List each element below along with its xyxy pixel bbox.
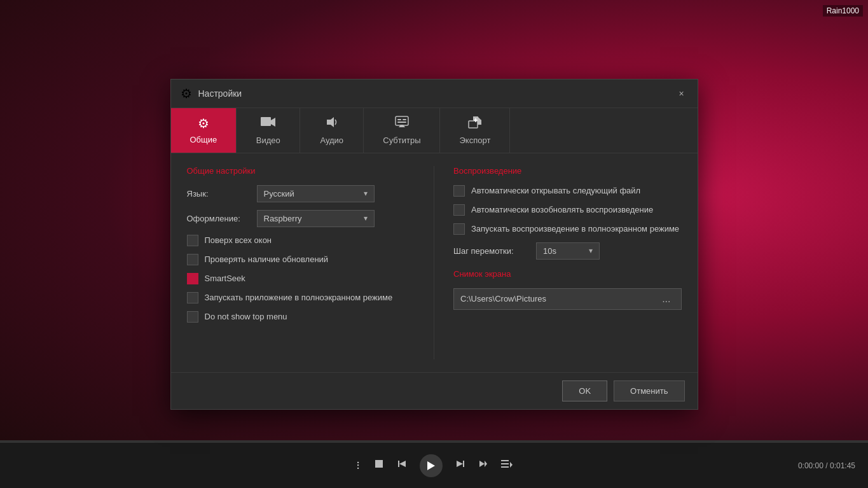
export-tab-icon: [468, 116, 482, 132]
smartseek-label: SmartSeek: [205, 274, 245, 283]
export-tab-label: Экспорт: [459, 136, 490, 145]
video-tab-icon: [261, 116, 276, 132]
settings-right: Воспроизведение Автоматически открывать …: [453, 166, 682, 359]
general-tab-label: Общие: [190, 135, 217, 144]
close-button[interactable]: ×: [675, 87, 688, 100]
tab-audio[interactable]: Аудио: [300, 108, 364, 153]
fullscreen-play-row[interactable]: Запускать воспроизведение в полноэкранно…: [453, 223, 682, 235]
language-label: Язык:: [187, 189, 251, 199]
language-value: Русский: [264, 189, 294, 199]
dialog-title: Настройки: [198, 88, 669, 99]
theme-row: Оформление: Raspberry ▾: [187, 210, 415, 227]
video-tab-label: Видео: [256, 136, 280, 145]
svg-rect-2: [396, 116, 408, 125]
updates-label: Проверять наличие обновлений: [205, 254, 329, 264]
step-value: 10s: [543, 246, 556, 256]
tab-general[interactable]: ⚙ Общие: [171, 108, 237, 153]
ok-button[interactable]: OK: [562, 380, 607, 401]
step-select[interactable]: 10s ▾: [536, 242, 600, 260]
general-section-title: Общие настройки: [187, 166, 415, 176]
ontop-label: Поверх всех окон: [205, 235, 272, 245]
auto-next-label: Автоматически открывать следующий файл: [471, 186, 640, 195]
playback-section-title: Воспроизведение: [453, 166, 682, 176]
svg-rect-6: [469, 121, 478, 128]
notopbar-label: Do not show top menu: [205, 312, 287, 321]
svg-marker-1: [327, 117, 334, 127]
tab-export[interactable]: Экспорт: [440, 108, 510, 153]
fullscreen-play-checkbox[interactable]: [453, 223, 465, 235]
settings-icon: ⚙: [181, 86, 192, 101]
svg-rect-0: [261, 117, 271, 126]
screenshot-path-row: C:\Users\Crow\Pictures ...: [453, 288, 682, 310]
notopbar-checkbox[interactable]: [187, 311, 198, 323]
theme-value: Raspberry: [264, 214, 302, 223]
language-dropdown-icon: ▾: [364, 189, 368, 198]
theme-dropdown-icon: ▾: [364, 214, 368, 223]
tabs-bar: ⚙ Общие Видео Ау: [171, 108, 698, 153]
svg-rect-4: [403, 119, 406, 120]
svg-rect-3: [397, 119, 401, 120]
notopbar-checkbox-row[interactable]: Do not show top menu: [187, 311, 415, 323]
subtitles-tab-label: Субтитры: [383, 136, 420, 145]
vertical-divider: [434, 166, 434, 359]
auto-resume-checkbox[interactable]: [453, 204, 465, 216]
auto-resume-row[interactable]: Автоматически возобновлять воспроизведен…: [453, 204, 682, 216]
theme-label: Оформление:: [187, 214, 251, 223]
settings-left: Общие настройки Язык: Русский ▾ Оформлен…: [187, 166, 415, 359]
step-dropdown-icon: ▾: [589, 246, 593, 255]
svg-rect-5: [397, 122, 406, 123]
settings-dialog: ⚙ Настройки × ⚙ Общие Видео: [170, 79, 698, 410]
smartseek-checkbox-row[interactable]: SmartSeek: [187, 273, 415, 284]
tab-video[interactable]: Видео: [237, 108, 300, 153]
auto-next-row[interactable]: Автоматически открывать следующий файл: [453, 185, 682, 197]
cancel-button[interactable]: Отменить: [614, 380, 684, 401]
screenshot-section-title: Снимок экрана: [453, 269, 682, 279]
dialog-overlay: ⚙ Настройки × ⚙ Общие Видео: [0, 0, 868, 488]
smartseek-checkbox[interactable]: [187, 273, 198, 284]
fullscreen-play-label: Запускать воспроизведение в полноэкранно…: [471, 224, 679, 234]
fullscreen-app-label: Запускать приложение в полноэкранном реж…: [205, 293, 393, 302]
step-row: Шаг перемотки: 10s ▾: [453, 242, 682, 260]
auto-next-checkbox[interactable]: [453, 185, 465, 197]
dialog-body: Общие настройки Язык: Русский ▾ Оформлен…: [171, 153, 698, 372]
audio-tab-label: Аудио: [320, 136, 343, 145]
dialog-footer: OK Отменить: [171, 372, 698, 409]
theme-select[interactable]: Raspberry ▾: [257, 210, 375, 227]
updates-checkbox[interactable]: [187, 254, 198, 265]
fullscreen-app-checkbox[interactable]: [187, 292, 198, 303]
audio-tab-icon: [326, 116, 338, 132]
browse-button[interactable]: ...: [658, 292, 674, 306]
dialog-titlebar: ⚙ Настройки ×: [171, 80, 698, 108]
screenshot-section: Снимок экрана C:\Users\Crow\Pictures ...: [453, 269, 682, 310]
subtitles-tab-icon: [395, 116, 409, 132]
ontop-checkbox[interactable]: [187, 235, 198, 246]
general-tab-icon: ⚙: [198, 116, 209, 131]
language-select[interactable]: Русский ▾: [257, 185, 375, 202]
screenshot-path-value: C:\Users\Crow\Pictures: [460, 294, 546, 303]
tab-subtitles[interactable]: Субтитры: [364, 108, 440, 153]
updates-checkbox-row[interactable]: Проверять наличие обновлений: [187, 254, 415, 265]
language-row: Язык: Русский ▾: [187, 185, 415, 202]
step-label: Шаг перемотки:: [453, 246, 530, 256]
ontop-checkbox-row[interactable]: Поверх всех окон: [187, 235, 415, 246]
auto-resume-label: Автоматически возобновлять воспроизведен…: [471, 205, 653, 214]
fullscreen-app-checkbox-row[interactable]: Запускать приложение в полноэкранном реж…: [187, 292, 415, 303]
